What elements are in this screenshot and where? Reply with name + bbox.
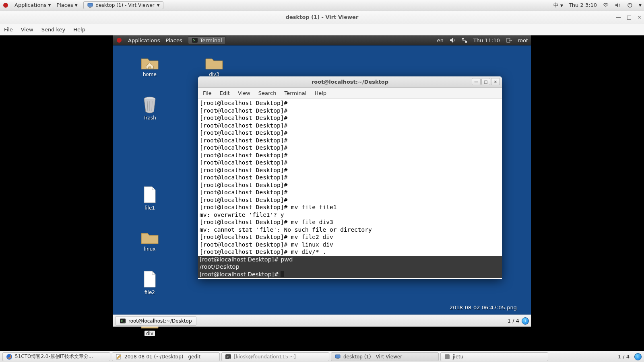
guest-clock[interactable]: Thu 11:10 <box>473 37 500 43</box>
gedit-icon <box>116 354 122 360</box>
terminal-icon: >_ <box>192 37 198 43</box>
folder-icon <box>205 55 223 70</box>
host-applications-menu[interactable]: Applications ▼ <box>14 2 51 8</box>
icon-label: file1 <box>144 205 155 211</box>
terminal-icon: >_ <box>225 354 231 360</box>
desktop-icon-screenshot-label[interactable]: 2018-08-02 06:47:05.png <box>450 304 517 311</box>
desktop-icon-trash[interactable]: Trash <box>134 96 166 121</box>
task-label: desktop (1) - Virt Viewer <box>343 354 402 360</box>
host-task-virtviewer[interactable]: desktop (1) - Virt Viewer ▼ <box>83 1 163 9</box>
host-places-menu[interactable]: Places ▼ <box>56 2 77 8</box>
task-label: desktop (1) - Virt Viewer <box>96 2 155 8</box>
svg-text:>_: >_ <box>121 319 126 323</box>
desktop-icon-div3[interactable]: div3 <box>198 55 230 77</box>
menu-label: Places <box>56 2 73 8</box>
desktop-icons-col1: home Trash file1 linux file2 div <box>134 55 166 336</box>
host-task-jietu[interactable]: jietu <box>440 352 548 361</box>
host-bottom-taskbar: 51CTO博客2.0-原创IT技术文章分... 2018-08-01 (~/De… <box>0 351 644 362</box>
term-menu-view[interactable]: View <box>238 90 250 96</box>
menu-label: Applications <box>14 2 46 8</box>
host-task-virtviewer[interactable]: desktop (1) - Virt Viewer <box>331 352 439 361</box>
host-clock[interactable]: Thu 2 3:10 <box>569 2 597 8</box>
vv-menu-file[interactable]: File <box>4 27 13 33</box>
logout-icon[interactable] <box>506 37 512 43</box>
desktop-icon-home[interactable]: home <box>134 55 166 77</box>
svg-text:>_: >_ <box>193 39 198 42</box>
notification-badge-icon[interactable]: i <box>634 353 642 360</box>
desktop-icons-col2: div3 <box>198 55 230 77</box>
terminal-body[interactable]: [root@localhost Desktop]# [root@localhos… <box>198 99 502 279</box>
terminal-minimize-button[interactable]: — <box>472 78 481 85</box>
guest-user[interactable]: root <box>518 37 528 43</box>
terminal-titlebar[interactable]: root@localhost:~/Desktop — □ × <box>198 76 502 88</box>
task-label: 51CTO博客2.0-原创IT技术文章分... <box>15 353 93 360</box>
dropdown-icon: ▼ <box>48 3 51 7</box>
icon-label: file2 <box>144 290 155 295</box>
dropdown-icon: ▼ <box>157 3 160 7</box>
folder-home-icon <box>140 55 159 70</box>
dropdown-icon[interactable]: ▼ <box>639 3 642 7</box>
task-label: Terminal <box>200 37 222 43</box>
terminal-close-button[interactable]: × <box>491 78 500 85</box>
guest-task-terminal[interactable]: >_ Terminal <box>188 36 226 44</box>
desktop-icon-file1[interactable]: file1 <box>134 186 166 211</box>
maximize-button[interactable]: □ <box>627 14 632 20</box>
file-icon <box>142 270 157 288</box>
svg-rect-25 <box>445 354 450 359</box>
redhat-icon <box>116 37 122 43</box>
host-task-firefox[interactable]: 51CTO博客2.0-原创IT技术文章分... <box>2 352 110 361</box>
vv-menu-view[interactable]: View <box>21 27 33 33</box>
svg-rect-24 <box>336 358 339 359</box>
terminal-maximize-button[interactable]: □ <box>481 78 490 85</box>
ime-indicator[interactable]: 中 ▼ <box>553 2 563 9</box>
host-task-kiosk-terminal[interactable]: >_ [kiosk@foundation115:~] <box>221 352 329 361</box>
icon-label: linux <box>144 246 156 252</box>
term-menu-edit[interactable]: Edit <box>220 90 230 96</box>
terminal-window[interactable]: root@localhost:~/Desktop — □ × File Edit… <box>198 76 502 279</box>
file-icon <box>142 186 157 204</box>
vv-menu-help[interactable]: Help <box>73 27 85 33</box>
guest-top-panel: Applications Places >_ Terminal en Thu 1… <box>113 35 531 45</box>
svg-point-6 <box>117 38 122 43</box>
term-menu-help[interactable]: Help <box>314 90 326 96</box>
host-task-gedit[interactable]: 2018-08-01 (~/Desktop) - gedit <box>112 352 220 361</box>
guest-desktop[interactable]: Applications Places >_ Terminal en Thu 1… <box>113 35 531 327</box>
firefox-icon <box>6 354 12 360</box>
volume-icon[interactable] <box>449 37 456 43</box>
close-button[interactable]: × <box>637 14 642 20</box>
task-label: [kiosk@foundation115:~] <box>234 354 296 360</box>
svg-rect-1 <box>88 3 93 6</box>
icon-label: div <box>144 331 155 336</box>
dropdown-icon: ▼ <box>75 3 78 7</box>
lang-indicator[interactable]: en <box>437 37 444 43</box>
svg-marker-9 <box>450 38 453 43</box>
term-menu-file[interactable]: File <box>203 90 212 96</box>
svg-rect-10 <box>462 38 464 39</box>
desktop-icon-file2[interactable]: file2 <box>134 270 166 295</box>
desktop-icon-linux[interactable]: linux <box>134 229 166 252</box>
power-icon[interactable] <box>627 2 633 8</box>
guest-places-menu[interactable]: Places <box>165 37 182 43</box>
workspace-indicator[interactable]: 1 / 4 <box>508 318 519 324</box>
network-icon[interactable] <box>461 37 468 43</box>
terminal-icon: >_ <box>120 318 126 324</box>
svg-rect-11 <box>465 41 467 43</box>
wifi-icon[interactable] <box>603 2 609 8</box>
icon-label: home <box>143 72 157 77</box>
svg-marker-3 <box>615 3 618 8</box>
notification-badge-icon[interactable]: i <box>522 317 529 325</box>
host-workspace-indicator[interactable]: 1 / 4 <box>618 354 630 360</box>
icon-label: Trash <box>143 115 156 121</box>
term-menu-terminal[interactable]: Terminal <box>284 90 306 96</box>
guest-applications-menu[interactable]: Applications <box>128 37 160 43</box>
term-menu-search[interactable]: Search <box>258 90 277 96</box>
minimize-button[interactable]: — <box>616 14 621 20</box>
guest-bottom-taskbar: >_ root@localhost:~/Desktop 1 / 4 i <box>113 315 531 327</box>
vv-menu-sendkey[interactable]: Send key <box>41 27 66 33</box>
virt-viewer-titlebar[interactable]: desktop (1) - Virt Viewer — □ × <box>0 10 644 24</box>
volume-icon[interactable] <box>615 2 621 8</box>
guest-task-terminal[interactable]: >_ root@localhost:~/Desktop <box>115 316 196 326</box>
host-top-panel: Applications ▼ Places ▼ desktop (1) - Vi… <box>0 0 644 10</box>
virt-viewer-menubar: File View Send key Help <box>0 24 644 35</box>
svg-text:>_: >_ <box>226 355 231 359</box>
